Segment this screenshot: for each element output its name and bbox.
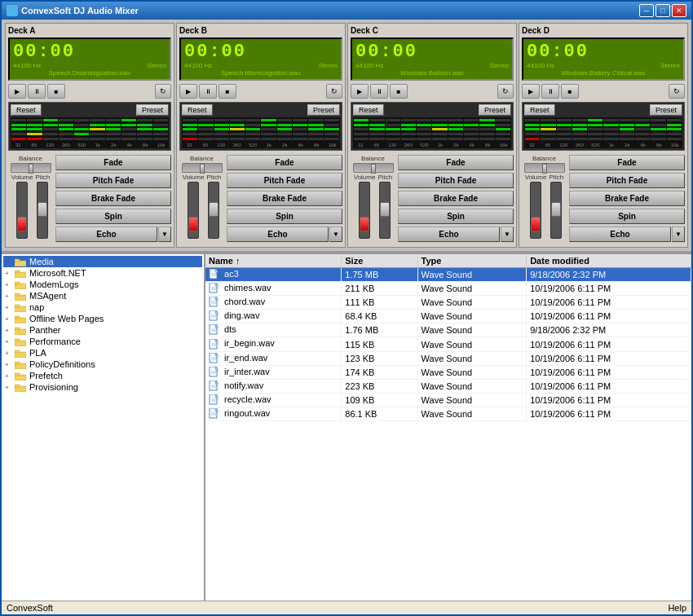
deck-b-pause[interactable]: ⏸: [199, 84, 217, 99]
deck-a-pitch-track[interactable]: [37, 182, 48, 239]
tree-item[interactable]: + MSAgent: [3, 290, 202, 301]
table-row[interactable]: recycle.wav 109 KB Wave Sound 10/19/2006…: [205, 393, 691, 407]
deck-a-play[interactable]: ▶: [8, 84, 26, 99]
deck-d-balance-thumb[interactable]: [542, 164, 547, 174]
deck-d-pitch-track[interactable]: [550, 182, 562, 239]
deck-c-balance-thumb[interactable]: [371, 164, 376, 174]
deck-d-fade[interactable]: Fade: [569, 155, 685, 170]
deck-a-echo-dropdown[interactable]: ▼: [158, 227, 171, 242]
deck-d-play[interactable]: ▶: [522, 84, 540, 99]
deck-c-volume-track[interactable]: [359, 182, 370, 239]
tree-item[interactable]: + ModemLogs: [3, 279, 202, 290]
table-row[interactable]: ir_inter.wav 174 KB Wave Sound 10/19/200…: [205, 365, 691, 379]
deck-b-stop[interactable]: ■: [218, 84, 236, 99]
deck-a-spin[interactable]: Spin: [55, 209, 171, 224]
table-row[interactable]: chord.wav 111 KB Wave Sound 10/19/2006 6…: [205, 296, 691, 310]
deck-c-echo[interactable]: Echo: [398, 227, 500, 242]
deck-d-volume-thumb[interactable]: [531, 217, 541, 231]
deck-b-preset[interactable]: Preset: [307, 104, 340, 116]
deck-b-echo[interactable]: Echo: [227, 227, 329, 242]
table-row[interactable]: notify.wav 223 KB Wave Sound 10/19/2006 …: [205, 379, 691, 393]
deck-b-pitch-thumb[interactable]: [209, 202, 218, 217]
deck-a-volume-track[interactable]: [16, 182, 28, 239]
deck-b-balance-slider[interactable]: [182, 163, 223, 173]
deck-d-brake-fade[interactable]: Brake Fade: [569, 191, 685, 206]
deck-d-echo[interactable]: Echo: [569, 227, 671, 242]
deck-b-echo-dropdown[interactable]: ▼: [329, 227, 342, 242]
deck-c-stop[interactable]: ■: [390, 84, 408, 99]
deck-a-preset[interactable]: Preset: [136, 104, 169, 116]
deck-b-volume-track[interactable]: [188, 182, 199, 239]
deck-b-balance-thumb[interactable]: [200, 164, 205, 174]
deck-c-pause[interactable]: ⏸: [370, 84, 388, 99]
tree-item[interactable]: + Offline Web Pages: [3, 313, 202, 324]
deck-c-fade[interactable]: Fade: [398, 155, 514, 170]
deck-b-volume-thumb[interactable]: [188, 217, 198, 231]
deck-b-loop[interactable]: ↻: [326, 84, 342, 99]
deck-d-pitch-thumb[interactable]: [551, 202, 561, 217]
deck-c-spin[interactable]: Spin: [398, 209, 514, 224]
table-row[interactable]: ringout.wav 86.1 KB Wave Sound 10/19/200…: [205, 407, 691, 420]
tree-item[interactable]: + nap: [3, 301, 202, 313]
deck-d-echo-dropdown[interactable]: ▼: [672, 227, 685, 242]
tree-item[interactable]: + Provisioning: [3, 381, 202, 393]
tree-item[interactable]: + Prefetch: [3, 370, 202, 381]
deck-c-balance-slider[interactable]: [353, 163, 394, 173]
deck-d-loop[interactable]: ↻: [669, 84, 685, 99]
deck-a-stop[interactable]: ■: [47, 84, 65, 99]
table-row[interactable]: ac3 1.75 MB Wave Sound 9/18/2006 2:32 PM: [205, 268, 691, 282]
deck-a-fade[interactable]: Fade: [55, 155, 171, 170]
deck-a-pitch-fade[interactable]: Pitch Fade: [55, 173, 171, 188]
deck-c-pitch-track[interactable]: [379, 182, 391, 239]
deck-a-brake-fade[interactable]: Brake Fade: [55, 191, 171, 206]
status-help[interactable]: Help: [668, 603, 686, 613]
deck-c-pitch-fade[interactable]: Pitch Fade: [398, 173, 514, 188]
minimize-button[interactable]: ─: [639, 4, 654, 17]
deck-d-pitch-fade[interactable]: Pitch Fade: [569, 173, 685, 188]
deck-a-reset[interactable]: Reset: [11, 104, 42, 116]
deck-c-brake-fade[interactable]: Brake Fade: [398, 191, 514, 206]
deck-b-brake-fade[interactable]: Brake Fade: [227, 191, 342, 206]
folder-tree[interactable]: + Media + Microsoft.NET + ModemLogs +: [2, 254, 205, 601]
deck-c-preset[interactable]: Preset: [479, 104, 511, 116]
deck-a-loop[interactable]: ↻: [155, 84, 171, 99]
deck-b-pitch-track[interactable]: [208, 182, 219, 239]
deck-c-echo-dropdown[interactable]: ▼: [501, 227, 514, 242]
deck-a-balance-slider[interactable]: [11, 163, 51, 173]
table-row[interactable]: ir_end.wav 123 KB Wave Sound 10/19/2006 …: [205, 351, 691, 365]
deck-d-volume-track[interactable]: [530, 182, 541, 239]
deck-c-pitch-thumb[interactable]: [380, 202, 390, 217]
file-list[interactable]: Name ↑ Size Type Date modified ac3 1.75 …: [205, 254, 691, 601]
deck-d-pause[interactable]: ⏸: [541, 84, 559, 99]
deck-c-loop[interactable]: ↻: [497, 84, 514, 99]
deck-d-reset[interactable]: Reset: [524, 104, 555, 116]
deck-b-spin[interactable]: Spin: [227, 209, 342, 224]
deck-b-fade[interactable]: Fade: [227, 155, 342, 170]
deck-a-echo[interactable]: Echo: [55, 227, 157, 242]
tree-item[interactable]: + PolicyDefinitions: [3, 359, 202, 370]
close-button[interactable]: ✕: [672, 4, 686, 17]
deck-a-volume-thumb[interactable]: [17, 217, 27, 231]
col-type[interactable]: Type: [417, 254, 527, 268]
col-size[interactable]: Size: [342, 254, 417, 268]
table-row[interactable]: dts 1.76 MB Wave Sound 9/18/2006 2:32 PM: [205, 323, 691, 337]
table-row[interactable]: ir_begin.wav 115 KB Wave Sound 10/19/200…: [205, 337, 691, 351]
deck-b-pitch-fade[interactable]: Pitch Fade: [227, 173, 342, 188]
deck-c-volume-thumb[interactable]: [360, 217, 369, 231]
tree-item[interactable]: + PLA: [3, 347, 202, 359]
deck-b-play[interactable]: ▶: [179, 84, 197, 99]
tree-item[interactable]: + Panther: [3, 324, 202, 336]
tree-item[interactable]: + Media: [3, 256, 202, 267]
tree-item[interactable]: + Performance: [3, 336, 202, 347]
deck-d-preset[interactable]: Preset: [650, 104, 682, 116]
table-row[interactable]: chimes.wav 211 KB Wave Sound 10/19/2006 …: [205, 282, 691, 296]
table-row[interactable]: ding.wav 68.4 KB Wave Sound 10/19/2006 6…: [205, 310, 691, 323]
deck-d-stop[interactable]: ■: [561, 84, 579, 99]
deck-d-spin[interactable]: Spin: [569, 209, 685, 224]
deck-a-pause[interactable]: ⏸: [28, 84, 46, 99]
tree-item[interactable]: + Microsoft.NET: [3, 267, 202, 279]
maximize-button[interactable]: □: [655, 4, 670, 17]
deck-d-balance-slider[interactable]: [524, 163, 565, 173]
deck-a-pitch-thumb[interactable]: [38, 202, 47, 217]
deck-c-play[interactable]: ▶: [351, 84, 369, 99]
